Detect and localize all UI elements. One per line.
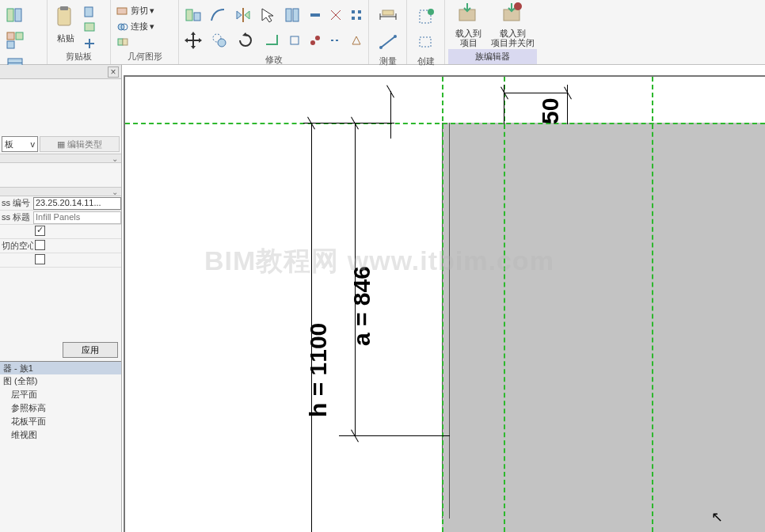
pb-item[interactable]: 层平面: [0, 388, 121, 401]
ribbon-label-clipboard: 剪贴板: [51, 49, 107, 64]
mod-sm-1[interactable]: [306, 8, 324, 22]
drawing-canvas[interactable]: 50 a = 846 h = 1100 BIM教程网 www.itbim.com…: [124, 75, 765, 532]
mod-icon-split[interactable]: [282, 3, 303, 27]
mod-icon-move[interactable]: [182, 28, 205, 52]
dropdown-icon: ▾: [150, 6, 154, 16]
pb-item[interactable]: 维视图: [0, 428, 121, 442]
pb-item[interactable]: 花板平面: [0, 415, 121, 428]
ribbon-label-family-editor: 族编辑器: [448, 49, 537, 64]
ss-number-field[interactable]: 23.25.20.14.11...: [33, 197, 121, 210]
panel-titlebar: ×: [0, 65, 121, 79]
measure-icon-2[interactable]: [376, 30, 400, 54]
ribbon: 属性 粘贴 剪贴板 剪切▾ 连接▾ 几何图形: [0, 0, 765, 65]
prop-row-void: 切的空心: [0, 239, 121, 253]
geom-extra[interactable]: [114, 36, 175, 48]
prop-btn-2[interactable]: [3, 28, 27, 52]
mod-icon-copy[interactable]: [208, 28, 231, 52]
project-browser[interactable]: 图 (全部) 层平面 参照标高 花板平面 维视图: [0, 374, 121, 442]
ribbon-label-geometry: 几何图形: [114, 49, 175, 64]
clipboard-icon-1[interactable]: [81, 5, 98, 19]
svg-rect-39: [382, 10, 394, 15]
svg-rect-6: [8, 63, 22, 63]
dim-ext-line: [303, 123, 351, 124]
svg-marker-32: [199, 38, 202, 43]
cut-button[interactable]: 剪切▾: [114, 4, 175, 17]
checkbox-void[interactable]: [35, 240, 45, 250]
ribbon-group-modify: 修改: [179, 0, 369, 64]
svg-rect-44: [420, 37, 431, 47]
ribbon-group-family-editor: 载入到 项目 载入到 项目并关闭 族编辑器: [445, 0, 540, 64]
project-browser-title: 器 - 族1: [0, 361, 121, 374]
svg-rect-26: [358, 10, 361, 13]
load-to-project-close-button[interactable]: 载入到 项目并关闭: [489, 2, 537, 48]
ribbon-label-create: 创建: [410, 54, 441, 69]
mod-icon-offset[interactable]: [207, 3, 228, 27]
mod-icon-align[interactable]: [182, 3, 204, 27]
ribbon-group-properties: 属性: [0, 0, 48, 64]
pb-item[interactable]: 图 (全部): [0, 374, 121, 388]
load-to-project-button[interactable]: 载入到 项目: [448, 2, 489, 48]
svg-point-43: [428, 9, 434, 15]
svg-rect-9: [58, 8, 70, 25]
svg-point-40: [379, 46, 382, 49]
svg-rect-22: [286, 9, 291, 21]
checkbox-3[interactable]: [35, 254, 45, 264]
watermark: BIM教程网 www.itbim.com: [204, 243, 554, 279]
paste-button[interactable]: 粘贴: [51, 2, 81, 48]
svg-marker-21: [245, 11, 249, 19]
mod-icon-select[interactable]: [257, 3, 278, 27]
clipboard-icon-2[interactable]: [81, 21, 98, 35]
mod-sm-3[interactable]: [348, 8, 365, 22]
svg-marker-20: [237, 11, 242, 19]
dimension-50[interactable]: 50: [537, 98, 564, 124]
close-icon[interactable]: ×: [108, 66, 119, 78]
svg-rect-11: [85, 7, 93, 17]
type-selector[interactable]: 板 v: [2, 136, 38, 152]
dimension-h[interactable]: h = 1100: [305, 323, 332, 417]
mod-sm-7[interactable]: [348, 33, 365, 48]
checkbox-1[interactable]: [35, 226, 45, 236]
mod-sm-2[interactable]: [327, 8, 344, 22]
join-button[interactable]: 连接▾: [114, 20, 175, 33]
ref-plane-vertical-1[interactable]: [442, 75, 443, 532]
create-icon-2[interactable]: [414, 30, 438, 54]
ref-plane-vertical-3[interactable]: [652, 75, 653, 532]
prop-row-ss-title: ss 标题 Infill Panels: [0, 211, 121, 225]
ribbon-label-measure: 测量: [372, 54, 403, 69]
svg-rect-25: [352, 10, 355, 13]
svg-rect-12: [85, 23, 94, 31]
dim-ext-line: [567, 85, 568, 124]
svg-marker-30: [191, 46, 196, 49]
section-collapse-1[interactable]: ⌄: [0, 154, 121, 163]
mod-icon-rotate[interactable]: [234, 28, 257, 52]
svg-rect-27: [352, 17, 355, 20]
svg-rect-28: [358, 17, 361, 20]
prop-row-chk1: [0, 225, 121, 239]
prop-row-chk3: [0, 253, 121, 268]
svg-marker-29: [191, 32, 196, 35]
apply-button[interactable]: 应用: [63, 342, 118, 358]
ribbon-group-create: 创建: [407, 0, 445, 64]
mod-sm-6[interactable]: [327, 33, 344, 48]
edit-type-button[interactable]: ▦ 编辑类型: [40, 136, 120, 152]
edit-type-icon: ▦: [57, 139, 65, 150]
svg-rect-18: [186, 10, 192, 21]
ribbon-group-measure: 测量: [369, 0, 407, 64]
mod-icon-mirror[interactable]: [232, 3, 253, 27]
section-collapse-2[interactable]: ⌄: [0, 187, 121, 196]
ss-title-field[interactable]: Infill Panels: [33, 211, 121, 224]
ref-plane-horizontal[interactable]: [124, 123, 765, 124]
mod-icon-trim[interactable]: [260, 28, 283, 52]
create-icon-1[interactable]: [414, 5, 438, 28]
svg-rect-13: [117, 8, 127, 14]
mod-sm-4[interactable]: [286, 33, 303, 48]
solid-geometry[interactable]: [442, 123, 765, 532]
prop-btn-1[interactable]: [3, 3, 27, 27]
cursor-icon: ↖: [711, 508, 723, 526]
svg-rect-2: [7, 32, 14, 40]
ribbon-label-modify: 修改: [182, 52, 365, 67]
ref-plane-vertical-2[interactable]: [504, 75, 505, 532]
measure-icon-1[interactable]: [376, 5, 400, 28]
pb-item[interactable]: 参照标高: [0, 401, 121, 415]
mod-sm-5[interactable]: [306, 33, 324, 48]
